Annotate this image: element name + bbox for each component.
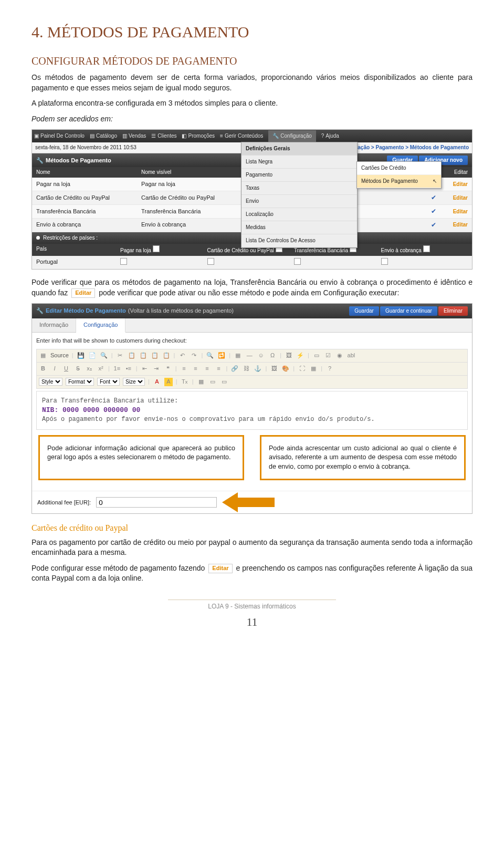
checkbox[interactable] <box>153 245 160 252</box>
align-center-icon[interactable]: ≡ <box>192 365 200 373</box>
sub-icon[interactable]: x₂ <box>85 365 93 373</box>
unlink-icon[interactable]: ⛓ <box>242 365 250 373</box>
back-link[interactable]: (Voltar à lista de métodos de pagamento) <box>128 307 234 315</box>
align-right-icon[interactable]: ≡ <box>203 365 212 373</box>
checkbox[interactable] <box>294 258 301 265</box>
smiley-icon[interactable]: ☺ <box>257 352 265 360</box>
table-icon[interactable]: ▦ <box>234 352 242 360</box>
nav-sales[interactable]: ▥Vendas <box>122 132 146 140</box>
find-icon[interactable]: 🔍 <box>206 352 214 360</box>
nav-help[interactable]: ?Ajuda <box>321 132 339 140</box>
dropdown-item[interactable]: Lista De Controlos De Acesso <box>242 234 357 247</box>
tab-config[interactable]: Configuração <box>76 318 125 332</box>
help-icon[interactable]: ? <box>326 365 334 373</box>
col-pm4: Envio à cobrança <box>381 245 468 254</box>
template-icon[interactable]: ▦ <box>197 378 205 386</box>
textcolor-icon[interactable]: A <box>153 378 161 386</box>
bold-icon[interactable]: B <box>39 365 47 373</box>
col-pm1: Pagar na loja <box>120 245 207 254</box>
sup-icon[interactable]: x² <box>97 365 105 373</box>
link-icon[interactable]: 🔗 <box>230 365 239 373</box>
edit-link[interactable]: Editar <box>453 195 468 201</box>
textfield-icon[interactable]: abl <box>347 352 355 360</box>
edit-link[interactable]: Editar <box>453 181 468 187</box>
ol-icon[interactable]: 1≡ <box>113 365 121 373</box>
dropdown-item[interactable]: Pagamento <box>242 169 357 182</box>
dropdown-item[interactable]: Taxas <box>242 182 357 195</box>
quote-icon[interactable]: ❝ <box>164 365 172 373</box>
checkbox[interactable] <box>381 258 388 265</box>
nav-content[interactable]: ≡Gerir Conteúdos <box>220 132 263 140</box>
source-icon[interactable]: ▦ <box>39 352 47 360</box>
image-icon[interactable]: 🖼 <box>270 365 278 373</box>
color-icon[interactable]: 🎨 <box>281 365 290 373</box>
dropdown-item[interactable]: Medidas <box>242 221 357 234</box>
dropdown-item[interactable]: Localização <box>242 208 357 221</box>
edit-link[interactable]: Editar <box>453 209 468 214</box>
nav-controlpanel[interactable]: ▣Painel De Controlo <box>34 132 85 140</box>
submenu-item-active[interactable]: Métodos De Pagamento ↖ <box>357 175 441 188</box>
checkbox-icon[interactable]: ☑ <box>324 352 332 360</box>
image-icon[interactable]: 🖼 <box>285 352 293 360</box>
iframe-icon[interactable]: ▭ <box>220 378 228 386</box>
indent-icon[interactable]: ⇥ <box>152 365 161 373</box>
hr-icon[interactable]: ― <box>245 352 254 360</box>
underline-icon[interactable]: U <box>62 365 70 373</box>
checkbox[interactable] <box>120 258 127 265</box>
redo-icon[interactable]: ↷ <box>190 352 198 360</box>
paste-text-icon[interactable]: 📋 <box>151 352 159 360</box>
nav-label: Promoções <box>188 132 215 140</box>
save-icon[interactable]: 💾 <box>77 352 85 360</box>
format-select[interactable]: Format <box>66 378 94 386</box>
nav-clients[interactable]: ☰Clientes <box>151 132 176 140</box>
paste-word-icon[interactable]: 📋 <box>162 352 171 360</box>
tx-icon[interactable]: Tx <box>181 378 189 386</box>
preview-icon[interactable]: 🔍 <box>100 352 108 360</box>
outdent-icon[interactable]: ⇤ <box>141 365 149 373</box>
checkbox[interactable] <box>423 245 430 252</box>
tabs: Informação Configuração <box>32 318 472 332</box>
newpage-icon[interactable]: 📄 <box>88 352 97 360</box>
special-icon[interactable]: Ω <box>268 352 277 360</box>
source-label[interactable]: Source <box>50 352 69 359</box>
form-icon[interactable]: ▭ <box>312 352 321 360</box>
bgcolor-icon[interactable]: A <box>164 378 173 386</box>
font-select[interactable]: Font <box>97 378 120 386</box>
dropdown-item[interactable]: Lista Negra <box>242 156 357 169</box>
tab-info[interactable]: Informação <box>32 318 76 332</box>
editor-body[interactable]: Para Transferência Bancaria utilize: NIB… <box>36 391 468 430</box>
blocks-icon[interactable]: ▦ <box>309 365 318 373</box>
nav-catalog[interactable]: ▤Catálogo <box>90 132 117 140</box>
justify-icon[interactable]: ≡ <box>215 365 223 373</box>
ul-icon[interactable]: •≡ <box>124 365 133 373</box>
help-icon: ? <box>321 132 324 140</box>
radio-icon[interactable]: ◉ <box>335 352 344 360</box>
cut-icon[interactable]: ✂ <box>116 352 124 360</box>
strike-icon[interactable]: S̶ <box>74 365 82 373</box>
nav-config[interactable]: 🔧Configuração <box>268 130 316 142</box>
dropdown-item[interactable]: Envio <box>242 195 357 208</box>
anchor-icon[interactable]: ⚓ <box>254 365 262 373</box>
div-icon[interactable]: ▭ <box>208 378 217 386</box>
flash-icon[interactable]: ⚡ <box>296 352 304 360</box>
replace-icon[interactable]: 🔁 <box>217 352 226 360</box>
editar-badge-inline[interactable]: Editar <box>208 564 232 573</box>
maximize-icon[interactable]: ⛶ <box>298 365 306 373</box>
save-continue-button[interactable]: Guardar e continuar <box>380 306 437 316</box>
fee-input[interactable] <box>96 497 217 508</box>
italic-icon[interactable]: I <box>50 365 59 373</box>
paste-icon[interactable]: 📋 <box>139 352 148 360</box>
undo-icon[interactable]: ↶ <box>178 352 186 360</box>
checkbox[interactable] <box>207 258 214 265</box>
size-select[interactable]: Size <box>123 378 145 386</box>
copy-icon[interactable]: 📋 <box>128 352 136 360</box>
submenu-item[interactable]: Cartões De Crédito <box>357 162 441 175</box>
nav-promo[interactable]: ◧Promoções <box>182 132 215 140</box>
editar-badge-inline[interactable]: Editar <box>71 288 95 297</box>
save-button[interactable]: Guardar <box>349 306 379 316</box>
align-left-icon[interactable]: ≡ <box>180 365 188 373</box>
delete-button[interactable]: Eliminar <box>438 306 468 316</box>
style-select[interactable]: Style <box>39 378 62 386</box>
edit-link[interactable]: Editar <box>453 222 468 228</box>
dropdown-item[interactable]: Definições Gerais <box>242 142 357 156</box>
